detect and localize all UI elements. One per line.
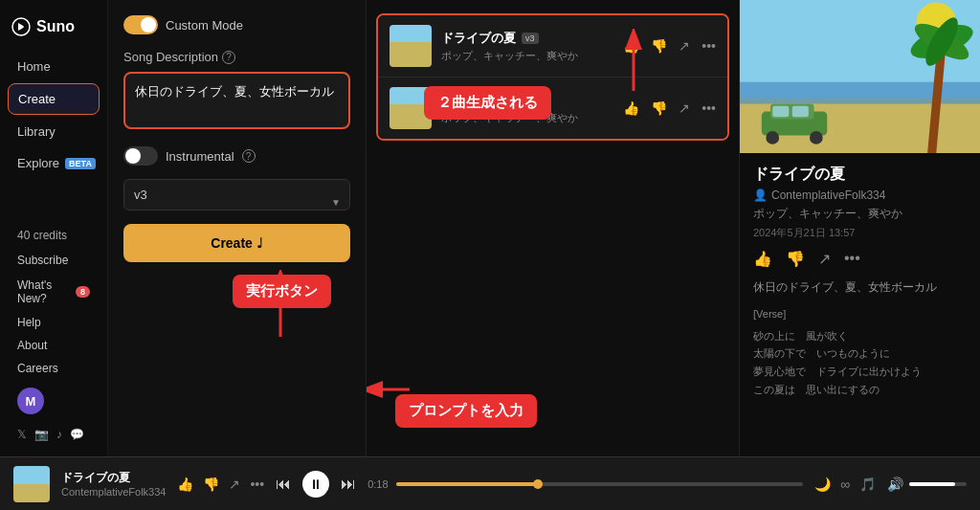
credits-display: 40 credits (8, 223, 100, 248)
custom-mode-row: Custom Mode (123, 15, 350, 34)
share-icon-1[interactable]: ↗ (679, 38, 690, 54)
song-description-input[interactable] (123, 72, 350, 129)
player-artist: ContemplativeFolk334 (61, 486, 166, 498)
volume-bar[interactable] (909, 482, 967, 486)
sidebar-item-library[interactable]: Library (8, 117, 100, 146)
version-tag-1: v3 (522, 33, 539, 44)
custom-mode-toggle[interactable] (123, 15, 158, 34)
more-icon-1[interactable]: ••• (702, 38, 716, 54)
social-icons-row: 𝕏 📷 ♪ 💬 (8, 422, 100, 447)
detail-info: ドライブの夏 👤 ContemplativeFolk334 ポップ、キャッチー、… (740, 153, 980, 456)
volume-icon[interactable]: 🔊 (887, 477, 903, 492)
progress-dot (533, 479, 543, 489)
instrumental-label: Instrumental (166, 149, 234, 164)
sidebar-item-about[interactable]: About (8, 334, 100, 357)
player-song-info: ドライブの夏 ContemplativeFolk334 (61, 470, 166, 498)
instrumental-help-icon[interactable]: ? (242, 149, 256, 163)
player-volume: 🔊 (887, 477, 967, 492)
detail-more-icon[interactable]: ••• (844, 250, 860, 268)
toggle-knob (141, 17, 156, 33)
two-songs-annotation: ２曲生成される (424, 86, 551, 120)
whats-new-button[interactable]: What's New? 8 (8, 273, 100, 311)
player-share-icon[interactable]: ↗ (229, 477, 240, 492)
like-icon-2[interactable]: 👍 (623, 100, 639, 116)
lyrics-line-2: 太陽の下で いつものように (753, 344, 967, 363)
detail-lyrics: [Verse] 砂の上に 風が吹く 太陽の下で いつものように 夢見心地で ドラ… (753, 305, 967, 398)
subscribe-button[interactable]: Subscribe (8, 248, 100, 273)
song-desc-help-icon[interactable]: ? (222, 51, 235, 64)
tiktok-icon[interactable]: ♪ (56, 428, 62, 441)
player-controls: ⏮ ⏸ ⏭ (276, 471, 356, 498)
detail-tags: ポップ、キャッチー、爽やか (753, 206, 967, 222)
app-logo[interactable]: Suno (0, 10, 107, 52)
instrumental-toggle[interactable] (123, 146, 158, 166)
share-icon-2[interactable]: ↗ (679, 100, 690, 116)
create-button[interactable]: Create ♩ (123, 224, 350, 262)
more-icon-2[interactable]: ••• (702, 100, 716, 116)
sidebar: Suno Home Create Library Explore BETA 40… (0, 0, 108, 456)
progress-bar-fill (396, 482, 539, 486)
player-like-icons: 👍 👎 ↗ ••• (177, 477, 264, 492)
songs-panel: ドライブの夏 v3 ポップ、キャッチー、爽やか 👍 👎 ↗ ••• (367, 0, 740, 456)
player-dislike-icon[interactable]: 👎 (203, 477, 219, 492)
explore-label: Explore (17, 156, 59, 170)
player-thumbnail (13, 466, 50, 502)
sidebar-item-explore[interactable]: Explore BETA (8, 148, 100, 178)
dislike-icon-2[interactable]: 👎 (651, 100, 667, 116)
player-extra-icons: 🌙 ∞ 🎵 (814, 477, 876, 492)
user-avatar[interactable]: M (17, 388, 44, 414)
detail-date: 2024年5月21日 13:57 (753, 226, 967, 240)
previous-button[interactable]: ⏮ (276, 476, 291, 493)
detail-share-icon[interactable]: ↗ (818, 250, 831, 268)
instagram-icon[interactable]: 📷 (34, 428, 49, 441)
sidebar-item-home[interactable]: Home (8, 52, 100, 81)
home-label: Home (17, 59, 51, 74)
player-more-icon[interactable]: ••• (250, 477, 264, 492)
like-icon-1[interactable]: 👍 (623, 38, 639, 54)
instrumental-toggle-knob (125, 148, 141, 164)
sidebar-item-help[interactable]: Help (8, 311, 100, 334)
pause-button[interactable]: ⏸ (302, 471, 329, 498)
svg-rect-19 (772, 106, 789, 117)
twitter-icon[interactable]: 𝕏 (17, 428, 27, 441)
lyrics-line-4: この夏は 思い出にするの (753, 381, 967, 399)
music-note-icon[interactable]: 🎵 (859, 477, 876, 492)
cover-scene (740, 0, 980, 153)
song-title-row-1: ドライブの夏 v3 (441, 30, 613, 47)
discord-icon[interactable]: 💬 (70, 428, 84, 441)
notification-badge: 8 (76, 286, 90, 298)
beta-badge: BETA (65, 158, 96, 169)
detail-song-title: ドライブの夏 (753, 165, 967, 185)
detail-dislike-icon[interactable]: 👎 (786, 250, 805, 268)
detail-like-icon[interactable]: 👍 (753, 250, 772, 268)
loop-icon[interactable]: ∞ (840, 477, 850, 492)
song-description-label: Song Description ? (123, 50, 350, 64)
detail-actions: 👍 👎 ↗ ••• (753, 250, 967, 268)
app-name: Suno (36, 18, 75, 35)
player-like-icon[interactable]: 👍 (177, 477, 193, 492)
instrumental-row: Instrumental ? (123, 146, 350, 166)
cover-scene-svg (740, 0, 980, 153)
whats-new-label: What's New? (17, 278, 70, 305)
song-info-1: ドライブの夏 v3 ポップ、キャッチー、爽やか (441, 30, 613, 63)
create-panel: Custom Mode Song Description ? Instrumen… (108, 0, 367, 456)
svg-rect-20 (792, 106, 809, 117)
library-label: Library (17, 124, 56, 139)
custom-mode-label: Custom Mode (166, 18, 243, 33)
moon-icon[interactable]: 🌙 (814, 477, 831, 492)
detail-panel: ドライブの夏 👤 ContemplativeFolk334 ポップ、キャッチー、… (740, 0, 980, 456)
dislike-icon-1[interactable]: 👎 (651, 38, 667, 54)
detail-artist: 👤 ContemplativeFolk334 (753, 188, 967, 202)
progress-bar[interactable] (396, 482, 803, 486)
version-select[interactable]: v3 v2 (123, 179, 350, 211)
sidebar-item-create[interactable]: Create (8, 83, 100, 115)
progress-time: 0:18 (368, 478, 388, 490)
sidebar-bottom: 40 credits Subscribe What's New? 8 Help … (0, 223, 107, 447)
sidebar-item-careers[interactable]: Careers (8, 357, 100, 380)
svg-point-17 (766, 131, 779, 144)
song-title-1: ドライブの夏 (441, 30, 516, 47)
song-item-1[interactable]: ドライブの夏 v3 ポップ、キャッチー、爽やか 👍 👎 ↗ ••• (378, 15, 727, 78)
next-button[interactable]: ⏭ (341, 476, 356, 493)
svg-point-18 (810, 131, 823, 144)
song-tags-1: ポップ、キャッチー、爽やか (441, 49, 613, 63)
